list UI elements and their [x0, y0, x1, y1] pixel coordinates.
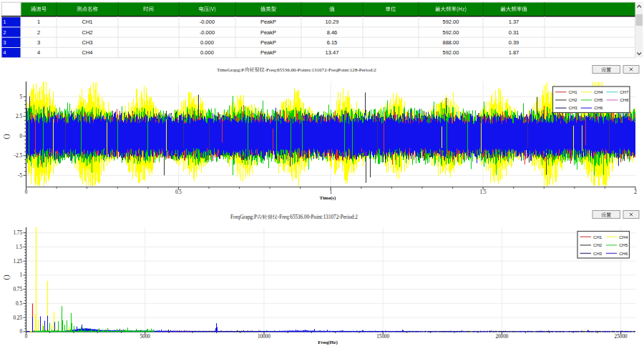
svg-text:0.5: 0.5: [175, 189, 182, 195]
svg-text:1: 1: [37, 19, 40, 25]
svg-text:2: 2: [634, 189, 637, 195]
svg-text:CH1: CH1: [569, 89, 578, 94]
svg-text:-2.5: -2.5: [14, 153, 23, 159]
svg-text:(): (): [1, 134, 11, 139]
svg-text:0.25: 0.25: [13, 315, 22, 321]
svg-text:25000: 25000: [615, 334, 628, 340]
svg-text:888.00: 888.00: [443, 39, 459, 46]
svg-text:0.31: 0.31: [509, 29, 519, 36]
svg-text:FreqGrapg:P: FreqGrapg:P: [230, 214, 257, 220]
svg-text:CH1: CH1: [82, 19, 92, 25]
svg-text:CH1: CH1: [593, 234, 602, 239]
svg-text:PeakP: PeakP: [260, 39, 276, 46]
svg-text:10000: 10000: [258, 334, 270, 340]
svg-text:CH4: CH4: [619, 234, 628, 239]
svg-text:CH4: CH4: [82, 49, 92, 56]
svg-text:PeakP: PeakP: [260, 49, 276, 56]
svg-text:PeakP: PeakP: [260, 19, 276, 25]
svg-text:0.75: 0.75: [13, 287, 22, 292]
svg-text:2.5: 2.5: [16, 114, 22, 119]
svg-text:5000: 5000: [140, 334, 151, 340]
svg-text:1.87: 1.87: [509, 49, 519, 56]
svg-text:CH7: CH7: [620, 89, 629, 94]
svg-text:CH3: CH3: [569, 105, 578, 110]
svg-text:1.5: 1.5: [16, 244, 22, 250]
svg-text:CH2: CH2: [569, 97, 578, 102]
svg-text:8.46: 8.46: [327, 29, 338, 36]
svg-text:0.39: 0.39: [509, 39, 519, 46]
svg-text:-0.000: -0.000: [200, 29, 215, 36]
svg-text:2: 2: [4, 30, 6, 35]
svg-text:Freq(Hz): Freq(Hz): [318, 340, 338, 345]
svg-text:CH5: CH5: [594, 97, 603, 102]
svg-text:1.5: 1.5: [480, 189, 487, 195]
svg-text:4: 4: [4, 50, 6, 55]
svg-text:CH3: CH3: [593, 251, 602, 256]
svg-text:0: 0: [25, 189, 28, 195]
svg-text:0.5: 0.5: [16, 301, 22, 307]
svg-text:2: 2: [37, 29, 40, 36]
svg-text:1.37: 1.37: [509, 19, 519, 25]
svg-text:13.47: 13.47: [326, 49, 339, 56]
svg-text:-0.000: -0.000: [200, 19, 215, 25]
svg-text:CH2: CH2: [593, 242, 602, 247]
svg-text:CH2: CH2: [82, 29, 92, 36]
svg-text:1: 1: [19, 272, 22, 278]
svg-text:1: 1: [4, 19, 6, 24]
svg-text:Time(s): Time(s): [320, 195, 336, 201]
svg-text:TimeGrapg:P: TimeGrapg:P: [217, 67, 244, 73]
svg-text:4: 4: [37, 49, 40, 56]
svg-text:592.00: 592.00: [443, 29, 459, 36]
svg-text:CH6: CH6: [594, 105, 603, 110]
svg-text:CH5: CH5: [619, 242, 628, 247]
svg-text:(): (): [1, 275, 11, 280]
svg-text:10.29: 10.29: [326, 19, 339, 25]
svg-text:3: 3: [37, 39, 40, 46]
svg-text:1.75: 1.75: [13, 230, 22, 236]
svg-text:CH4: CH4: [594, 89, 603, 94]
svg-text:6.15: 6.15: [327, 39, 338, 46]
svg-text:20000: 20000: [495, 334, 508, 340]
svg-text:-Freq:65536.00-Points:131072-F: -Freq:65536.00-Points:131072-FreqPoint:1…: [265, 67, 376, 73]
svg-text:-Freq:65536.00-Point:131072-Pe: -Freq:65536.00-Point:131072-Period:2: [278, 214, 358, 220]
svg-text:CH8: CH8: [620, 97, 629, 102]
svg-text:15000: 15000: [376, 334, 389, 340]
svg-text:5: 5: [19, 94, 22, 100]
svg-text:0: 0: [19, 329, 22, 335]
svg-text:0: 0: [25, 334, 28, 340]
svg-text:592.00: 592.00: [443, 19, 459, 25]
svg-text:0.000: 0.000: [200, 39, 214, 46]
svg-text:PeakP: PeakP: [260, 29, 276, 36]
svg-text:0: 0: [19, 134, 22, 139]
svg-text:CH6: CH6: [619, 251, 628, 256]
svg-text:-5: -5: [18, 173, 22, 179]
svg-text:1: 1: [329, 189, 332, 195]
svg-text:3: 3: [4, 40, 6, 45]
svg-text:592.00: 592.00: [443, 49, 459, 56]
svg-text:CH3: CH3: [82, 39, 92, 46]
svg-text:0.000: 0.000: [200, 49, 214, 56]
svg-text:1.25: 1.25: [13, 259, 22, 265]
